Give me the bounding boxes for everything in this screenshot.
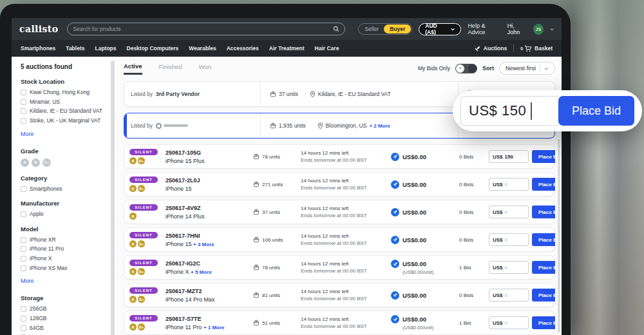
place-bid-button[interactable]: Place Bid	[532, 206, 555, 218]
location-more-link[interactable]: + 2 More	[369, 123, 390, 129]
currency-prefix: US$	[493, 320, 503, 326]
bid-amount-input[interactable]: US$ 0	[489, 206, 529, 218]
filter-option[interactable]: iPhone 11 Pro	[21, 245, 104, 253]
more-link[interactable]: More	[21, 278, 34, 284]
bid-amount-input[interactable]: US$ 150	[489, 150, 529, 163]
filter-option[interactable]: Stoke, UK - UK Marginal VAT	[21, 117, 104, 124]
bid-amount-input[interactable]: US$ 0	[489, 233, 529, 246]
more-models-link[interactable]: + 5 More	[191, 269, 212, 275]
help-link[interactable]: Help & Advice	[468, 23, 500, 35]
filter-section-title: Category	[21, 175, 104, 182]
auction-row[interactable]: SILENT BB+ 250617-IG2C iPhone X + 5 More…	[124, 255, 555, 280]
bid-amount-input[interactable]: US$ 0	[489, 178, 529, 191]
nav-item[interactable]: Wearables	[189, 45, 216, 52]
nav-item[interactable]: Smartphones	[21, 45, 55, 52]
auction-row[interactable]: SILENT BB+ 250617-105G iPhone 15 Plus 78…	[124, 144, 555, 169]
auction-row[interactable]: SILENT BB+ 250617-7HNI iPhone 15 + 3 Mor…	[124, 227, 555, 252]
filter-option-label: Stoke, UK - UK Marginal VAT	[30, 117, 100, 124]
bid-count: 0 Bids	[459, 292, 489, 298]
bid-amount-input-zoomed[interactable]: US$ 150	[460, 96, 558, 126]
units-cell: 78 units	[253, 153, 301, 160]
nav-item[interactable]: Air Treatment	[269, 45, 305, 52]
current-price: US$0.00	[402, 181, 426, 188]
filter-option[interactable]: Miramar, US	[21, 99, 104, 106]
seller-buyer-toggle[interactable]: Seller Buyer	[358, 23, 412, 35]
search-bar[interactable]	[67, 23, 345, 35]
grade-option[interactable]: C+	[43, 158, 51, 167]
filter-option[interactable]: Apple	[21, 211, 104, 218]
filter-option[interactable]: iPhone XS Max	[21, 265, 104, 272]
my-bids-only-toggle[interactable]: ×	[455, 64, 477, 73]
bid-amount-input[interactable]: US$ 0	[489, 289, 529, 302]
chevron-down-icon[interactable]	[550, 28, 554, 31]
bid-amount-input[interactable]: US$ 0	[489, 316, 529, 329]
place-bid-button[interactable]: Place Bid	[532, 289, 555, 302]
checkbox[interactable]	[21, 237, 26, 243]
place-bid-button[interactable]: Place Bid	[532, 261, 555, 274]
more-link[interactable]: More	[21, 131, 34, 137]
more-models-link[interactable]: + 3 More	[193, 242, 214, 247]
checkbox[interactable]	[21, 99, 26, 105]
auction-row[interactable]: SILENT B 250617-4V9Z iPhone 14 Plus 37 u…	[124, 200, 555, 224]
currency-prefix: US$	[493, 154, 503, 160]
place-bid-button[interactable]: Place Bid	[532, 178, 555, 191]
bid-price-icon	[391, 315, 399, 323]
search-input[interactable]	[73, 26, 329, 32]
checkbox[interactable]	[21, 90, 26, 95]
place-bid-button[interactable]: Place Bid	[532, 233, 555, 246]
time-left-cell: 14 hours 12 mins left Ends tomorrow at 0…	[301, 288, 391, 302]
package-icon	[253, 209, 260, 215]
checkbox[interactable]	[21, 108, 26, 114]
nav-item[interactable]: Desktop Computers	[127, 45, 179, 52]
nav-item[interactable]: Laptops	[95, 45, 116, 52]
grade-option[interactable]: A	[21, 158, 29, 167]
checkbox[interactable]	[21, 211, 26, 217]
place-bid-button[interactable]: Place Bid	[532, 316, 555, 329]
filter-option[interactable]: iPhone XR	[21, 236, 104, 244]
checkbox[interactable]	[21, 306, 26, 312]
auction-row[interactable]: SILENT BB+ 250617-MZT2 iPhone 14 Pro Max…	[124, 283, 555, 307]
filter-option[interactable]: Kwai Chung, Hong Kong	[21, 89, 104, 96]
grade-option[interactable]: B	[32, 158, 40, 167]
tab-active[interactable]: Active	[124, 62, 142, 75]
checkbox[interactable]	[21, 265, 26, 271]
sidebar-scrollbar[interactable]	[111, 61, 115, 335]
checkbox[interactable]	[21, 325, 26, 331]
place-bid-button[interactable]: Place Bid	[532, 150, 555, 163]
tab-finished[interactable]: Finished	[159, 63, 182, 73]
auction-row[interactable]: SILENT BB+ 250617-S7TE iPhone 11 Pro + 1…	[124, 311, 555, 335]
bid-count: 0 Bids	[459, 154, 489, 160]
auctions-link[interactable]: Auctions	[474, 45, 507, 52]
nav-item[interactable]: Hair Care	[315, 45, 339, 52]
bid-amount-input[interactable]: US$ 0	[489, 261, 529, 274]
filter-option[interactable]: 64GB	[21, 325, 104, 332]
seller-option[interactable]: Seller	[359, 26, 384, 32]
auction-row[interactable]: SILENT BB+ 250617-2L0J iPhone 15 271 uni…	[124, 172, 555, 196]
tab-won[interactable]: Won	[198, 63, 211, 73]
checkbox[interactable]	[21, 118, 26, 124]
filter-option[interactable]: 128GB	[21, 315, 104, 322]
brand-logo[interactable]: callisto	[19, 24, 58, 34]
filter-option[interactable]: iPhone X	[21, 255, 104, 262]
place-bid-button-zoomed[interactable]: Place Bid	[558, 96, 634, 126]
buyer-option[interactable]: Buyer	[384, 24, 411, 34]
nav-item[interactable]: Accessories	[227, 45, 259, 52]
more-models-link[interactable]: + 1 More	[204, 325, 225, 330]
filter-option[interactable]: 256GB	[21, 305, 104, 312]
filter-option[interactable]: Kildare, IE - EU Standard VAT	[21, 108, 104, 115]
units-cell: 37 units	[270, 91, 298, 97]
filter-option[interactable]: Smartphones	[21, 186, 104, 193]
basket-link[interactable]: 0 Basket	[520, 45, 553, 52]
checkbox[interactable]	[21, 246, 26, 252]
currency-selector[interactable]: AUD (A$)	[419, 23, 461, 35]
sort-dropdown[interactable]: Newest first	[499, 62, 555, 75]
checkbox[interactable]	[21, 186, 26, 192]
nav-item[interactable]: Tablets	[66, 45, 84, 52]
checkbox[interactable]	[21, 316, 26, 321]
avatar[interactable]: JS	[533, 24, 544, 35]
list-scrollbar[interactable]	[558, 139, 560, 332]
checkbox[interactable]	[21, 256, 26, 262]
product-name: iPhone 15	[166, 186, 253, 192]
time-left-cell: 14 hours 12 mins left Ends tomorrow at 0…	[301, 149, 391, 164]
filter-option-label: iPhone X	[30, 255, 52, 262]
